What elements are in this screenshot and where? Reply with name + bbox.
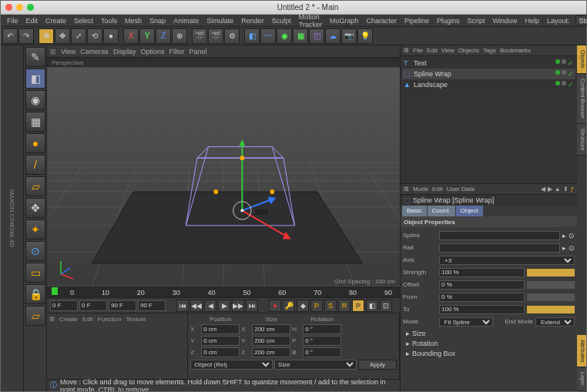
- pos-x-input[interactable]: [201, 324, 240, 334]
- x-axis-lock[interactable]: X: [123, 28, 139, 44]
- om-edit[interactable]: Edit: [427, 47, 438, 54]
- redo-button[interactable]: ↷: [18, 28, 34, 44]
- nav-forward-icon[interactable]: ▶: [548, 186, 552, 193]
- strength-slider[interactable]: [527, 269, 575, 276]
- menu-tools[interactable]: Tools: [98, 15, 120, 26]
- render-picture-viewer-button[interactable]: 🎬: [208, 28, 223, 44]
- side-tab-attributes[interactable]: Attributes: [577, 335, 586, 368]
- timeline-ruler[interactable]: 0102030405060708090: [47, 286, 400, 297]
- matmgr-function[interactable]: Function: [98, 316, 122, 323]
- mode-select[interactable]: Fit Spline: [439, 317, 493, 327]
- link-arrow-icon[interactable]: ▸: [562, 244, 566, 252]
- menu-edit[interactable]: Edit: [23, 15, 42, 26]
- from-slider[interactable]: [527, 293, 575, 301]
- planar-workplane-button[interactable]: ▱: [25, 306, 45, 326]
- goto-start-button[interactable]: ⏮: [176, 300, 189, 312]
- frame-end-input[interactable]: [109, 300, 136, 311]
- coord-space-select[interactable]: Object (Rel): [190, 360, 273, 370]
- size-y-input[interactable]: [252, 336, 290, 346]
- side-tab-objects[interactable]: Objects: [577, 45, 586, 74]
- collapse-bounding-box[interactable]: ▸Bounding Box: [403, 348, 575, 358]
- matmgr-texture[interactable]: Texture: [126, 316, 146, 323]
- play-forward-button[interactable]: ▶: [218, 300, 230, 312]
- polygon-mode-button[interactable]: ▱: [25, 176, 45, 196]
- rot-h-input[interactable]: [303, 324, 341, 334]
- rotate-tool[interactable]: ⟲: [87, 28, 102, 44]
- tab-object[interactable]: Object: [456, 206, 483, 216]
- vp-menu-view[interactable]: View: [61, 48, 75, 55]
- close-window-button[interactable]: [5, 4, 12, 11]
- am-userdata[interactable]: User Data: [447, 186, 475, 193]
- rot-b-input[interactable]: [303, 347, 341, 357]
- pla-key-button[interactable]: ◧: [366, 300, 378, 312]
- render-view-button[interactable]: 🎬: [192, 28, 207, 44]
- add-nurbs-button[interactable]: ◉: [277, 28, 292, 44]
- matmgr-edit[interactable]: Edit: [82, 316, 93, 323]
- coord-system[interactable]: ⊕: [172, 28, 187, 44]
- link-arrow-icon[interactable]: ▸: [562, 232, 566, 240]
- apply-button[interactable]: Apply: [358, 360, 397, 370]
- snap-enable-button[interactable]: ⊙: [25, 241, 45, 261]
- object-item-text[interactable]: T Text ✓: [402, 58, 575, 69]
- menu-help[interactable]: Help: [522, 15, 543, 26]
- prev-key-button[interactable]: ◀◀: [190, 300, 203, 312]
- locked-workplane-button[interactable]: 🔒: [25, 284, 45, 304]
- menu-simulate[interactable]: Simulate: [203, 15, 236, 26]
- spline-link-input[interactable]: [439, 231, 560, 240]
- next-key-button[interactable]: ▶▶: [232, 300, 244, 312]
- side-tab-content-browser[interactable]: Content Browser: [577, 74, 586, 124]
- menu-file[interactable]: File: [4, 15, 22, 26]
- side-tab-structure[interactable]: Structure: [577, 124, 586, 156]
- axis-select[interactable]: +X: [439, 256, 575, 265]
- autokey-button[interactable]: 🔑: [283, 300, 295, 312]
- clear-button[interactable]: ⊙: [569, 232, 575, 240]
- am-mode[interactable]: Mode: [413, 186, 428, 193]
- menu-character[interactable]: Character: [363, 15, 400, 26]
- model-mode-button[interactable]: ◧: [25, 69, 45, 89]
- scale-key-button[interactable]: S: [324, 300, 337, 312]
- parameter-key-button[interactable]: P: [352, 300, 364, 312]
- om-objects[interactable]: Objects: [458, 47, 479, 54]
- make-editable-button[interactable]: ✎: [25, 47, 45, 67]
- add-cube-button[interactable]: ◧: [244, 28, 260, 44]
- tab-basic[interactable]: Basic: [402, 206, 427, 216]
- play-back-button[interactable]: ◀: [204, 300, 216, 312]
- am-edit[interactable]: Edit: [432, 186, 443, 193]
- frame-start-input[interactable]: [50, 300, 78, 311]
- animation-mode-button[interactable]: ⊡: [380, 300, 392, 312]
- z-axis-lock[interactable]: Z: [156, 28, 171, 44]
- side-tab-layer[interactable]: Layer: [577, 367, 586, 391]
- clear-button[interactable]: ⊙: [569, 244, 575, 252]
- matmgr-create[interactable]: Create: [59, 316, 78, 323]
- undo-button[interactable]: ↶: [2, 28, 18, 44]
- vp-menu-filter[interactable]: Filter: [169, 48, 184, 55]
- goto-end-button[interactable]: ⏭: [246, 300, 258, 312]
- viewport-3d[interactable]: Text Grid Spacing : 100 cm: [47, 67, 400, 286]
- menu-select[interactable]: Select: [71, 15, 96, 26]
- frame-current-input[interactable]: [79, 300, 107, 311]
- vp-menu-cameras[interactable]: Cameras: [80, 48, 109, 55]
- function-icon[interactable]: ƒ: [571, 186, 574, 193]
- frame-range-end-input[interactable]: [138, 300, 166, 311]
- menu-mograph[interactable]: MoGraph: [327, 15, 362, 26]
- menu-mesh[interactable]: Mesh: [122, 15, 145, 26]
- menu-animate[interactable]: Animate: [170, 15, 202, 26]
- zoom-window-button[interactable]: [27, 4, 34, 11]
- object-item-landscape[interactable]: ▲ Landscape ✓: [402, 79, 575, 90]
- scale-tool[interactable]: ⤢: [71, 28, 86, 44]
- last-tool[interactable]: ●: [103, 28, 119, 44]
- layout-select[interactable]: Startup: [575, 15, 587, 25]
- select-tool[interactable]: ✥: [39, 28, 54, 44]
- add-deformer-button[interactable]: ◫: [309, 28, 324, 44]
- menu-create[interactable]: Create: [42, 15, 69, 26]
- pos-y-input[interactable]: [201, 336, 240, 346]
- add-environment-button[interactable]: ☁: [325, 28, 340, 44]
- collapse-size[interactable]: ▸Size: [403, 328, 575, 338]
- menu-snap[interactable]: Snap: [146, 15, 169, 26]
- add-generator-button[interactable]: ▦: [293, 28, 308, 44]
- render-settings-button[interactable]: ⚙: [224, 28, 240, 44]
- menu-script[interactable]: Script: [465, 15, 488, 26]
- menu-plugins[interactable]: Plugins: [434, 15, 463, 26]
- om-bookmarks[interactable]: Bookmarks: [500, 47, 531, 54]
- menu-window[interactable]: Window: [490, 15, 521, 26]
